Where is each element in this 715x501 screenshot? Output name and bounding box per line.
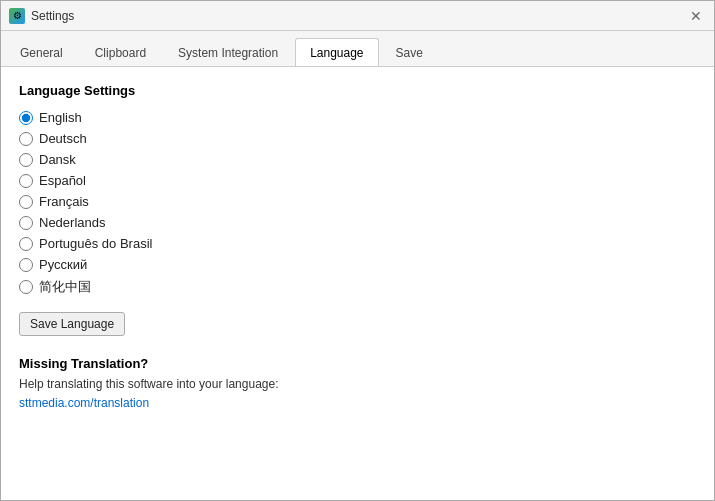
content-area: Language Settings English Deutsch Dansk … [1,67,714,500]
radio-dansk[interactable] [19,153,33,167]
missing-translation-desc: Help translating this software into your… [19,377,696,391]
language-option-francais[interactable]: Français [19,194,696,209]
label-chinese: 简化中国 [39,278,91,296]
language-option-chinese[interactable]: 简化中国 [19,278,696,296]
label-russian: Русский [39,257,87,272]
radio-deutsch[interactable] [19,132,33,146]
translation-link[interactable]: sttmedia.com/translation [19,396,149,410]
radio-english[interactable] [19,111,33,125]
language-settings-title: Language Settings [19,83,696,98]
radio-francais[interactable] [19,195,33,209]
radio-portugues[interactable] [19,237,33,251]
tab-bar: General Clipboard System Integration Lan… [1,31,714,67]
tab-system-integration[interactable]: System Integration [163,38,293,66]
radio-russian[interactable] [19,258,33,272]
language-option-deutsch[interactable]: Deutsch [19,131,696,146]
tab-general[interactable]: General [5,38,78,66]
label-portugues: Português do Brasil [39,236,152,251]
label-francais: Français [39,194,89,209]
label-deutsch: Deutsch [39,131,87,146]
language-option-espanol[interactable]: Español [19,173,696,188]
language-option-dansk[interactable]: Dansk [19,152,696,167]
language-radio-group: English Deutsch Dansk Español Français N [19,110,696,296]
window-title: Settings [31,9,74,23]
radio-nederlands[interactable] [19,216,33,230]
title-bar-left: ⚙ Settings [9,8,74,24]
language-option-nederlands[interactable]: Nederlands [19,215,696,230]
title-bar: ⚙ Settings ✕ [1,1,714,31]
tab-save[interactable]: Save [381,38,438,66]
label-english: English [39,110,82,125]
radio-chinese[interactable] [19,280,33,294]
tab-language[interactable]: Language [295,38,378,66]
missing-translation-title: Missing Translation? [19,356,696,371]
radio-espanol[interactable] [19,174,33,188]
language-option-russian[interactable]: Русский [19,257,696,272]
settings-window: ⚙ Settings ✕ General Clipboard System In… [0,0,715,501]
label-dansk: Dansk [39,152,76,167]
save-language-button[interactable]: Save Language [19,312,125,336]
language-option-english[interactable]: English [19,110,696,125]
label-espanol: Español [39,173,86,188]
language-option-portugues[interactable]: Português do Brasil [19,236,696,251]
tab-clipboard[interactable]: Clipboard [80,38,161,66]
close-button[interactable]: ✕ [686,6,706,26]
label-nederlands: Nederlands [39,215,106,230]
app-icon: ⚙ [9,8,25,24]
